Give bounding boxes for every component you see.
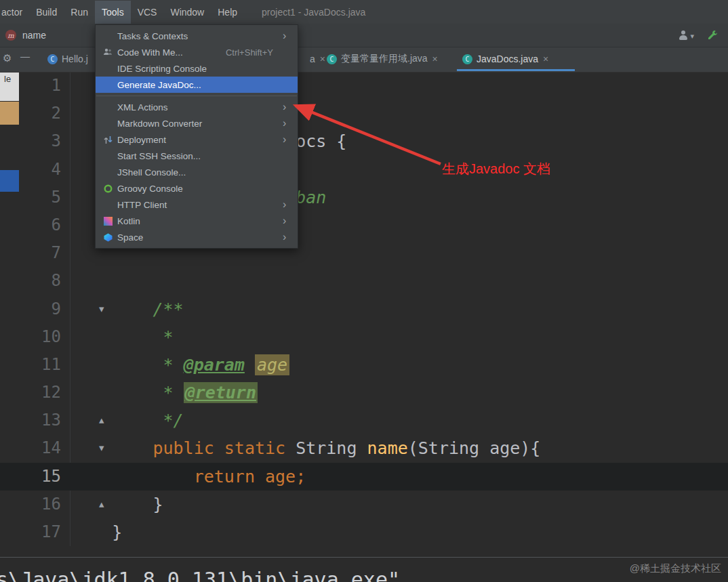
line-number[interactable]: 3 xyxy=(27,127,61,155)
code-text: public static String name(String age){ xyxy=(71,434,540,462)
menu-item-label: JShell Console... xyxy=(117,167,186,178)
line-number[interactable]: 8 xyxy=(27,267,61,295)
code-line[interactable]: 15 return age; xyxy=(0,463,728,491)
close-tab-icon[interactable]: × xyxy=(432,54,438,64)
code-token: * xyxy=(71,383,184,402)
menu-item-groovy-console[interactable]: Groovy Console xyxy=(96,180,298,196)
code-token: * xyxy=(71,355,184,375)
line-number[interactable]: 7 xyxy=(27,239,61,267)
menu-item-markdown-converter[interactable]: Markdown Converter› xyxy=(96,115,298,131)
menu-item-jshell-console[interactable]: JShell Console... xyxy=(96,164,298,180)
submenu-arrow-icon: › xyxy=(283,213,298,229)
tools-menu: Tasks & Contexts›Code With Me...Ctrl+Shi… xyxy=(95,24,298,249)
menu-item-label: Kotlin xyxy=(117,216,140,226)
menu-item-label: Groovy Console xyxy=(117,184,183,194)
line-number[interactable]: 15 xyxy=(27,463,61,491)
menu-item-ide-scripting-console[interactable]: IDE Scripting Console xyxy=(96,60,298,77)
submenu-arrow-icon: › xyxy=(283,229,298,245)
watermark: @稀土掘金技术社区 xyxy=(630,562,721,575)
code-token: } xyxy=(71,522,122,542)
code-line[interactable]: 8 xyxy=(0,267,728,295)
menu-tools[interactable]: Tools xyxy=(95,1,131,24)
annotation-text: 生成Javadoc 文档 xyxy=(442,160,550,178)
class-icon xyxy=(47,54,58,64)
menu-refactor[interactable]: actor xyxy=(0,1,29,24)
menu-vcs[interactable]: VCS xyxy=(131,1,164,24)
tab-label: 变量常量作用域.java xyxy=(341,53,428,65)
code-token: * xyxy=(71,327,174,347)
users-menu-button[interactable] xyxy=(678,29,694,41)
popup-fragment-light: le xyxy=(0,71,19,101)
menu-item-label: XML Actions xyxy=(117,102,168,112)
menu-item-label: IDE Scripting Console xyxy=(117,64,207,74)
menu-item-xml-actions[interactable]: XML Actions› xyxy=(96,99,298,115)
menu-run[interactable]: Run xyxy=(64,1,95,24)
line-number[interactable]: 2 xyxy=(27,100,61,127)
deployment-icon xyxy=(102,136,114,144)
menu-item-tasks-contexts[interactable]: Tasks & Contexts› xyxy=(96,28,298,44)
tab-label: a xyxy=(310,54,315,64)
code-token: public xyxy=(153,438,214,458)
line-number[interactable]: 11 xyxy=(27,351,61,379)
menu-item-http-client[interactable]: HTTP Client› xyxy=(96,196,298,213)
line-number[interactable]: 12 xyxy=(27,379,61,407)
code-token: age xyxy=(255,354,289,375)
menu-item-label: Start SSH Session... xyxy=(117,151,201,161)
line-number[interactable]: 4 xyxy=(27,156,61,184)
code-token xyxy=(245,355,255,375)
code-line[interactable]: 11 * @param age xyxy=(0,351,728,379)
code-token: static xyxy=(224,438,285,458)
tab-bianliang-java[interactable]: 变量常量作用域.java × xyxy=(321,47,466,71)
code-line[interactable]: 10 * xyxy=(0,323,728,351)
line-number[interactable]: 6 xyxy=(27,211,61,239)
line-number[interactable]: 10 xyxy=(27,323,61,351)
popup-fragment-selected xyxy=(0,102,19,125)
line-number[interactable]: 1 xyxy=(27,72,61,100)
code-token: age; xyxy=(265,467,306,486)
navbar-symbol[interactable]: name xyxy=(22,30,46,41)
code-token xyxy=(71,438,153,458)
menu-item-generate-javadoc[interactable]: Generate JavaDoc... xyxy=(96,77,298,93)
menu-item-start-ssh-session[interactable]: Start SSH Session... xyxy=(96,148,298,164)
navbar-right-actions xyxy=(678,29,728,41)
code-text: * @param age xyxy=(71,351,289,379)
code-token: return xyxy=(194,467,255,486)
code-line[interactable]: 17 } xyxy=(0,518,728,546)
code-line[interactable]: 12 * @return xyxy=(0,379,728,407)
code-token: */ xyxy=(71,411,184,430)
menu-build[interactable]: Build xyxy=(29,1,64,24)
menu-item-code-with-me[interactable]: Code With Me...Ctrl+Shift+Y xyxy=(96,44,298,60)
popup-fragment-label: le xyxy=(4,74,11,84)
hide-panel-icon[interactable] xyxy=(20,51,30,62)
gear-icon[interactable] xyxy=(3,52,15,64)
menu-item-space[interactable]: Space› xyxy=(96,229,298,245)
line-number[interactable]: 9 xyxy=(27,295,61,323)
line-number[interactable]: 5 xyxy=(27,184,61,211)
line-number[interactable]: 14 xyxy=(27,434,61,462)
kotlin-icon xyxy=(102,217,114,226)
menu-item-label: Space xyxy=(117,232,143,243)
class-icon xyxy=(327,54,337,64)
menu-item-deployment[interactable]: Deployment› xyxy=(96,131,298,148)
menu-item-label: Tasks & Contexts xyxy=(117,31,188,41)
code-text: } xyxy=(71,491,163,518)
code-token: (String age){ xyxy=(408,438,541,458)
code-line[interactable]: 9 /** xyxy=(0,295,728,323)
menu-window[interactable]: Window xyxy=(163,1,211,24)
groovy-icon xyxy=(102,184,114,193)
tab-javadocs-java[interactable]: JavaDocs.java × xyxy=(457,47,575,71)
class-icon xyxy=(462,54,472,64)
menu-item-kotlin[interactable]: Kotlin› xyxy=(96,213,298,229)
code-text: * @return xyxy=(71,379,258,407)
close-tab-icon[interactable]: × xyxy=(543,54,548,64)
line-number[interactable]: 13 xyxy=(27,407,61,434)
line-number[interactable]: 16 xyxy=(27,491,61,518)
code-line[interactable]: 14 public static String name(String age)… xyxy=(0,434,728,462)
code-text: */ xyxy=(71,407,184,434)
code-line[interactable]: 13 */ xyxy=(0,407,728,434)
wrench-icon[interactable] xyxy=(706,29,719,41)
line-number[interactable]: 17 xyxy=(27,518,61,546)
code-line[interactable]: 16 } xyxy=(0,491,728,518)
users-icon xyxy=(678,30,689,41)
menu-help[interactable]: Help xyxy=(211,1,244,24)
